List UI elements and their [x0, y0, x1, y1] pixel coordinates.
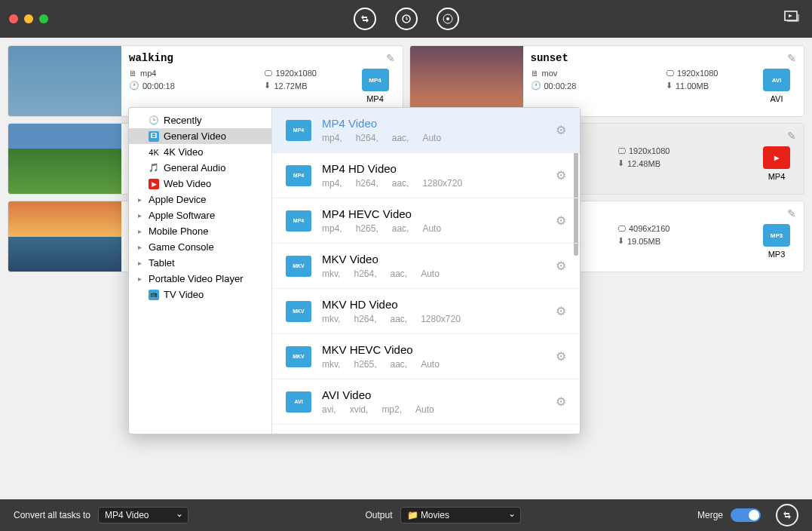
chevron-right-icon: ▸ [138, 275, 144, 283]
chevron-right-icon: ▸ [138, 227, 144, 235]
category-label: 4K Video [164, 146, 204, 158]
download-tab[interactable] [395, 8, 418, 30]
video-title: walking [129, 52, 395, 64]
yt-icon: ▶ [149, 179, 159, 189]
format-icon: AVI [286, 391, 311, 413]
format-picker: 🕒Recently🎞General Video4K4K Video🎵Genera… [128, 107, 581, 434]
format-row[interactable]: MP4 MP4 HD Video mp4,h264,aac,1280x720 ⚙ [272, 153, 580, 198]
category-item[interactable]: ▸Mobile Phone [129, 223, 271, 239]
start-convert-button[interactable] [776, 504, 798, 526]
format-icon: MKV [286, 301, 311, 322]
svg-point-2 [446, 17, 449, 20]
gear-icon[interactable]: ⚙ [556, 304, 566, 318]
category-item[interactable]: 🕒Recently [129, 112, 271, 128]
format-icon: MP4 [286, 120, 311, 141]
download-icon: ⬇ [617, 236, 624, 246]
category-item[interactable]: ▸Apple Device [129, 192, 271, 207]
category-label: General Audio [164, 162, 225, 173]
format-row[interactable]: MKV MKV Video mkv,h264,aac,Auto ⚙ [272, 244, 580, 289]
4k-icon: 4K [149, 147, 159, 158]
format-row[interactable]: MKV MKV HD Video mkv,h264,aac,1280x720 ⚙ [272, 289, 580, 334]
format-name: MP4 Video [322, 117, 545, 130]
format-details: mp4,h264,aac,Auto [322, 133, 545, 143]
format-name: AVI Video [322, 388, 545, 401]
merge-label: Merge [697, 510, 723, 520]
file-icon: 🗎 [129, 69, 137, 78]
output-format[interactable]: MP4 MP4 [362, 69, 389, 103]
category-item[interactable]: ▸Game Console [129, 239, 271, 255]
resolution-icon: 🖵 [617, 224, 626, 233]
merge-toggle[interactable] [731, 508, 761, 522]
category-item[interactable]: 4K4K Video [129, 144, 271, 160]
category-label: Tablet [149, 257, 175, 269]
gear-icon[interactable]: ⚙ [556, 123, 566, 137]
download-icon: ⬇ [617, 158, 624, 168]
gear-icon[interactable]: ⚙ [556, 349, 566, 364]
resolution-icon: 🖵 [617, 146, 626, 155]
video-card[interactable]: sunset 🗎mov 🖵1920x1080 🕐00:00:28 ⬇11.00M… [409, 45, 805, 117]
output-folder-select[interactable]: 📁 Movies [400, 507, 521, 523]
format-details: mp4,h264,aac,1280x720 [322, 178, 545, 189]
convert-tab[interactable] [354, 8, 376, 30]
format-row[interactable]: MP4 MP4 HEVC Video mp4,h265,aac,Auto ⚙ [272, 198, 580, 244]
tv-icon: 📺 [149, 290, 159, 300]
close-button[interactable] [9, 14, 18, 23]
convert-all-label: Convert all tasks to [14, 510, 90, 520]
thumbnail [410, 46, 523, 116]
media-tab[interactable] [437, 8, 459, 30]
format-list: MP4 MP4 Video mp4,h264,aac,Auto ⚙ MP4 MP… [272, 108, 580, 434]
category-item[interactable]: ▸Apple Software [129, 207, 271, 223]
edit-icon[interactable]: ✎ [787, 52, 796, 64]
minimize-button[interactable] [24, 14, 33, 23]
category-item[interactable]: 🎞General Video [129, 128, 271, 144]
download-icon: ⬇ [666, 81, 673, 91]
category-item[interactable]: ▶Web Video [129, 176, 271, 192]
format-name: MKV Video [322, 253, 545, 266]
category-label: Apple Software [149, 210, 215, 221]
output-format[interactable]: AVI AVI [763, 69, 790, 103]
file-icon: 🗎 [531, 69, 539, 78]
format-name: MP4 HEVC Video [322, 207, 545, 220]
output-format[interactable]: MP3 MP3 [763, 224, 790, 259]
titlebar [0, 0, 812, 38]
format-icon: MP4 [286, 165, 311, 186]
library-icon[interactable] [784, 11, 801, 28]
clock-icon: 🕐 [531, 81, 541, 91]
video-card[interactable]: walking 🗎mp4 🖵1920x1080 🕐00:00:18 ⬇12.72… [8, 45, 403, 117]
gear-icon[interactable]: ⚙ [556, 168, 566, 183]
format-details: mp4,h265,aac,Auto [322, 223, 545, 234]
category-label: Mobile Phone [149, 226, 209, 237]
edit-icon[interactable]: ✎ [386, 52, 395, 64]
edit-icon[interactable]: ✎ [787, 130, 796, 142]
maximize-button[interactable] [39, 14, 48, 23]
format-badge-icon: MP3 [763, 224, 790, 247]
film-icon: 🎞 [149, 131, 159, 142]
category-item[interactable]: ▸Tablet [129, 255, 271, 271]
format-row[interactable]: AVI AVI Video avi,xvid,mp2,Auto ⚙ [272, 379, 580, 425]
resolution-icon: 🖵 [666, 69, 674, 78]
category-label: Game Console [149, 241, 214, 253]
category-sidebar: 🕒Recently🎞General Video4K4K Video🎵Genera… [129, 108, 272, 434]
format-row[interactable]: MKV MKV HEVC Video mkv,h265,aac,Auto ⚙ [272, 334, 580, 379]
category-item[interactable]: 📺TV Video [129, 287, 271, 302]
format-row[interactable]: MP4 MP4 Video mp4,h264,aac,Auto ⚙ [272, 108, 580, 153]
resolution-icon: 🖵 [264, 69, 272, 78]
category-item[interactable]: 🎵General Audio [129, 160, 271, 176]
format-badge-icon: MP4 [362, 69, 389, 91]
edit-icon[interactable]: ✎ [787, 207, 796, 219]
clock-icon: 🕒 [149, 115, 159, 126]
mode-tabs [354, 8, 459, 30]
gear-icon[interactable]: ⚙ [556, 259, 566, 273]
format-details: mkv,h265,aac,Auto [322, 359, 545, 370]
gear-icon[interactable]: ⚙ [556, 394, 566, 409]
convert-format-select[interactable]: MP4 Video [98, 507, 188, 523]
output-format[interactable]: ▶ MP4 [763, 146, 790, 181]
gear-icon[interactable]: ⚙ [556, 213, 566, 228]
youtube-icon: ▶ [763, 146, 790, 169]
chevron-right-icon: ▸ [138, 259, 144, 267]
bottom-bar: Convert all tasks to MP4 Video Output 📁 … [0, 499, 812, 531]
category-label: General Video [164, 130, 226, 142]
category-item[interactable]: ▸Portable Video Player [129, 271, 271, 287]
format-badge-icon: AVI [763, 69, 790, 91]
format-icon: MKV [286, 346, 311, 367]
